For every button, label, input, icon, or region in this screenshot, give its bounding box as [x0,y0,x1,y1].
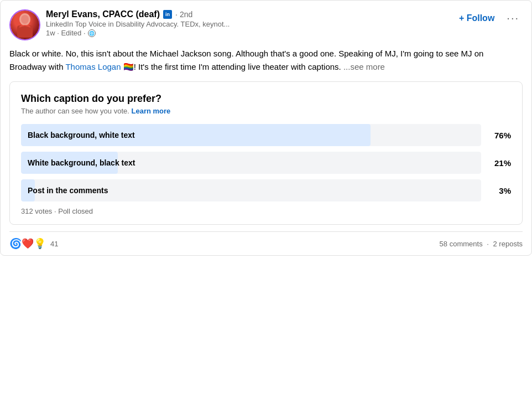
post-header-right: + Follow ··· [455,9,523,27]
learn-more-link[interactable]: Learn more [131,107,170,115]
reactions-count[interactable]: 41 [50,240,58,248]
author-subtitle: LinkedIn Top Voice in Disability Advocac… [46,20,230,28]
reaction-emoji-2: ❤️ [22,237,34,250]
post-header-left: Meryl Evans, CPACC (deaf) in · 2nd Linke… [9,9,230,40]
connection-degree: 2nd [180,10,192,19]
author-name-row: Meryl Evans, CPACC (deaf) in · 2nd [46,9,230,19]
poll-footer: 312 votes · Poll closed [21,207,511,215]
linkedin-icon: in [163,10,172,19]
poll-option-label-2: White background, black text [28,158,135,167]
poll-option-percent-1: 76% [488,131,511,140]
author-info: Meryl Evans, CPACC (deaf) in · 2nd Linke… [46,9,230,37]
poll-question: Which caption do you prefer? [21,93,511,105]
avatar-image [14,12,36,38]
poll-option[interactable]: White background, black text 21% [21,152,511,174]
follow-button[interactable]: + Follow [455,11,499,25]
reaction-icons: 🌀 ❤️ 💡 [9,237,46,250]
flag-emoji: 🏳️‍🌈 [123,62,134,71]
poll-container: Which caption do you prefer? The author … [9,81,523,225]
post-text: Black or white. No, this isn't about the… [9,47,523,74]
reactions-right: 58 comments · 2 reposts [440,240,523,248]
reposts-link[interactable]: 2 reposts [493,240,523,248]
post-meta: 1w · Edited · 🌐 [46,29,230,37]
see-more-link[interactable]: ...see more [341,62,385,71]
poll-option-percent-2: 21% [488,158,511,168]
poll-option-label-1: Black background, white text [28,131,135,140]
comments-link[interactable]: 58 comments [440,240,483,248]
reaction-emoji-3: 💡 [34,237,46,250]
thomas-logan-link[interactable]: Thomas Logan [65,62,121,71]
post-header: Meryl Evans, CPACC (deaf) in · 2nd Linke… [9,9,523,40]
poll-option-percent-3: 3% [488,186,511,195]
reaction-emoji-1: 🌀 [9,237,22,250]
poll-option[interactable]: Black background, white text 76% [21,124,511,146]
poll-option-label-3: Post in the comments [28,186,108,195]
reactions-left: 🌀 ❤️ 💡 41 [9,237,58,250]
poll-info: The author can see how you vote. Learn m… [21,107,511,115]
author-name[interactable]: Meryl Evans, CPACC (deaf) [46,9,160,19]
degree-badge: · [175,10,178,19]
more-options-button[interactable]: ··· [503,9,523,27]
globe-icon: 🌐 [88,29,96,37]
reactions-bar: 🌀 ❤️ 💡 41 58 comments · 2 reposts [9,231,523,255]
avatar[interactable] [9,9,40,40]
post-card: Meryl Evans, CPACC (deaf) in · 2nd Linke… [0,0,532,256]
svg-point-2 [21,15,29,24]
post-text-part2: ! It's the first time I'm attending live… [134,62,341,71]
poll-option[interactable]: Post in the comments 3% [21,179,511,202]
